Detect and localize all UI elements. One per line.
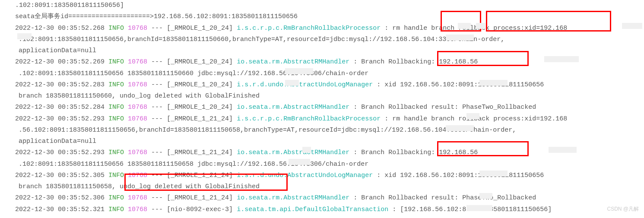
text-segment: 2022-12-30 00:35:52.321 bbox=[15, 206, 108, 213]
log-line: applicationData=null bbox=[15, 45, 638, 57]
logger-segment: i.s.c.r.p.c.RmBranchRollbackProcessor bbox=[237, 25, 384, 32]
text-segment: : Branch Rollbacking: 192.168.56 bbox=[353, 58, 478, 66]
text-segment: --- [_RMROLE_1_21_24] bbox=[147, 149, 237, 156]
logger-segment: i.s.r.d.undo.AbstractUndoLogManager bbox=[237, 81, 377, 88]
text-segment bbox=[124, 104, 128, 111]
text-segment: 2022-12-30 00:35:52.305 bbox=[15, 172, 108, 179]
text-segment: : rm handle branch rollback process:xid=… bbox=[384, 115, 567, 123]
pid-segment: 10768 bbox=[128, 104, 147, 111]
text-segment: .102:8091:18358011811150656 183580118111… bbox=[19, 70, 368, 77]
info-segment: INFO bbox=[108, 149, 124, 156]
info-segment: INFO bbox=[108, 81, 124, 88]
text-segment bbox=[124, 81, 128, 88]
text-segment: : xid 192.168.56.102:8091:18358011811150… bbox=[377, 172, 544, 179]
text-segment: 2022-12-30 00:35:52.293 bbox=[15, 149, 108, 156]
text-segment: --- [_RMROLE_1_20_24] bbox=[147, 81, 237, 88]
text-segment bbox=[124, 25, 128, 32]
text-segment bbox=[124, 115, 128, 123]
info-segment: INFO bbox=[108, 206, 124, 213]
text-segment: applicationData=null bbox=[19, 47, 96, 54]
text-segment: --- [_RMROLE_1_21_24] bbox=[147, 115, 237, 123]
text-segment: applicationData=null bbox=[19, 138, 96, 145]
pid-segment: 10768 bbox=[128, 194, 147, 202]
log-line: applicationData=null bbox=[15, 136, 638, 147]
pid-segment: 10768 bbox=[128, 115, 147, 123]
logger-segment: i.s.c.r.p.c.RmBranchRollbackProcessor bbox=[237, 115, 384, 123]
text-segment: 2022-12-30 00:35:52.268 bbox=[15, 25, 108, 32]
text-segment: : Branch Rollbacking: 192.168.56 bbox=[353, 149, 478, 156]
pid-segment: 10768 bbox=[128, 25, 147, 32]
info-segment: INFO bbox=[108, 25, 124, 32]
logger-segment: io.seata.rm.AbstractRMHandler bbox=[237, 58, 353, 66]
log-line: 2022-12-30 00:35:52.283 INFO 10768 --- [… bbox=[15, 79, 638, 91]
log-line: .102:8091:18358011811150656 183580118111… bbox=[15, 68, 638, 79]
text-segment: branch 18358011811150658, undo_log delet… bbox=[19, 183, 260, 190]
pid-segment: 10768 bbox=[128, 149, 147, 156]
text-segment: .102:8091:18358011811150656,branchId=183… bbox=[19, 36, 504, 43]
logger-segment: i.seata.tm.api.DefaultGlobalTransaction bbox=[237, 206, 392, 213]
log-line: branch 18358011811150658, undo_log delet… bbox=[15, 181, 638, 193]
pid-segment: 10768 bbox=[128, 81, 147, 88]
text-segment bbox=[124, 172, 128, 179]
log-line: 2022-12-30 00:35:52.284 INFO 10768 --- [… bbox=[15, 102, 638, 113]
text-segment: 2022-12-30 00:35:52.283 bbox=[15, 81, 108, 88]
text-segment: --- [_RMROLE_1_21_24] bbox=[147, 172, 237, 179]
text-segment: 2022-12-30 00:35:52.293 bbox=[15, 115, 108, 123]
log-line: 2022-12-30 00:35:52.268 INFO 10768 --- [… bbox=[15, 23, 638, 34]
log-line: seata全局事务id=====================>192.168… bbox=[15, 11, 638, 22]
text-segment: : xid 192.168.56.102:8091:18358011811150… bbox=[377, 81, 544, 88]
text-segment: : Branch Rollbacked result: PhaseTwo_Rol… bbox=[353, 104, 536, 111]
text-segment: seata全局事务id=====================>192.168… bbox=[15, 13, 298, 20]
text-segment: .56.102:8091:18358011811150656,branchId=… bbox=[19, 126, 516, 134]
info-segment: INFO bbox=[108, 115, 124, 123]
log-output: .102:8091:18358011811150656] seata全局事务id… bbox=[15, 0, 638, 215]
text-segment: : [192.168.56.102:8091:18358011811150656… bbox=[392, 206, 552, 213]
text-segment: --- [_RMROLE_1_20_24] bbox=[147, 104, 237, 111]
info-segment: INFO bbox=[108, 58, 124, 66]
text-segment: .102:8091:18358011811150656] bbox=[15, 2, 124, 9]
log-line: 2022-12-30 00:35:52.293 INFO 10768 --- [… bbox=[15, 147, 638, 158]
log-line: .102:8091:18358011811150656,branchId=183… bbox=[15, 34, 638, 45]
log-line: .56.102:8091:18358011811150656,branchId=… bbox=[15, 125, 638, 136]
logger-segment: io.seata.rm.AbstractRMHandler bbox=[237, 104, 353, 111]
info-segment: INFO bbox=[108, 194, 124, 202]
text-segment bbox=[124, 194, 128, 202]
logger-segment: io.seata.rm.AbstractRMHandler bbox=[237, 149, 353, 156]
text-segment: --- [nio-8092-exec-3] bbox=[147, 206, 237, 213]
pid-segment: 10768 bbox=[128, 58, 147, 66]
text-segment: --- [_RMROLE_1_21_24] bbox=[147, 194, 237, 202]
log-line: 2022-12-30 00:35:52.305 INFO 10768 --- [… bbox=[15, 170, 638, 181]
logger-segment: io.seata.rm.AbstractRMHandler bbox=[237, 194, 353, 202]
log-line: 2022-12-30 00:35:52.293 INFO 10768 --- [… bbox=[15, 114, 638, 125]
pid-segment: 10768 bbox=[128, 172, 147, 179]
logger-segment: i.s.r.d.undo.AbstractUndoLogManager bbox=[237, 172, 377, 179]
text-segment: : Branch Rollbacked result: PhaseTwo_Rol… bbox=[353, 194, 536, 202]
log-line: .102:8091:18358011811150656 183580118111… bbox=[15, 159, 638, 170]
info-segment: INFO bbox=[108, 104, 124, 111]
text-segment: 2022-12-30 00:35:52.269 bbox=[15, 58, 108, 66]
log-line: 2022-12-30 00:35:52.269 INFO 10768 --- [… bbox=[15, 57, 638, 68]
text-segment: --- [_RMROLE_1_20_24] bbox=[147, 58, 237, 66]
log-line: .102:8091:18358011811150656] bbox=[15, 0, 638, 11]
pid-segment: 10768 bbox=[128, 206, 147, 213]
watermark: CSDN @凡解 bbox=[607, 205, 639, 214]
log-line: branch 18358011811150660, undo_log delet… bbox=[15, 91, 638, 102]
info-segment: INFO bbox=[108, 172, 124, 179]
text-segment: .102:8091:18358011811150656 183580118111… bbox=[19, 161, 368, 168]
log-line: 2022-12-30 00:35:52.306 INFO 10768 --- [… bbox=[15, 193, 638, 204]
text-segment: 2022-12-30 00:35:52.284 bbox=[15, 104, 108, 111]
text-segment: --- [_RMROLE_1_20_24] bbox=[147, 25, 237, 32]
text-segment bbox=[124, 149, 128, 156]
text-segment: : rm handle branch rollback process:xid=… bbox=[384, 25, 567, 32]
log-line: 2022-12-30 00:35:52.321 INFO 10768 --- [… bbox=[15, 204, 638, 215]
text-segment: branch 18358011811150660, undo_log delet… bbox=[19, 92, 260, 100]
text-segment: 2022-12-30 00:35:52.306 bbox=[15, 194, 108, 202]
text-segment bbox=[124, 58, 128, 66]
text-segment bbox=[124, 206, 128, 213]
